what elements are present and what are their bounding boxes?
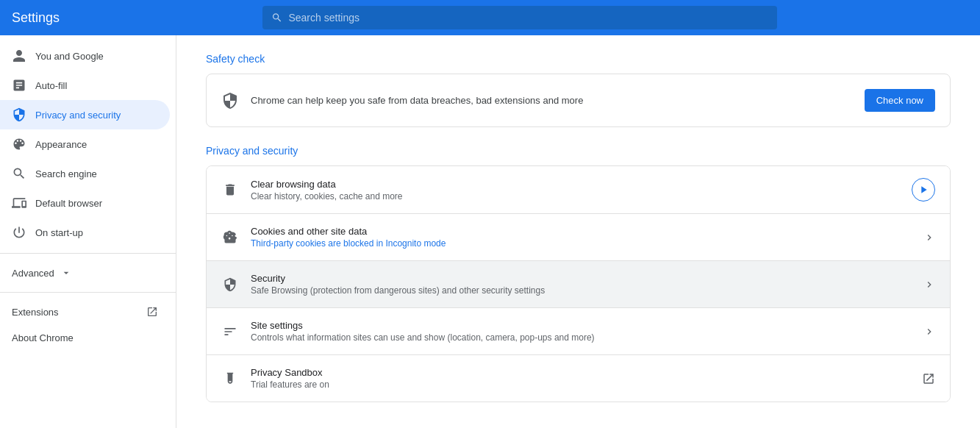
cookies-row[interactable]: Cookies and other site data Third-party … [207, 214, 950, 261]
cookie-icon [221, 229, 239, 246]
flask-icon [221, 370, 239, 388]
sidebar-item-appearance[interactable]: Appearance [0, 129, 170, 159]
layout: You and Google Auto-fill Privacy and sec… [0, 35, 980, 428]
sliders-icon [221, 323, 239, 340]
sidebar-item-default-browser[interactable]: Default browser [0, 188, 170, 218]
safety-check-section: Safety check Chrome can help keep you sa… [206, 53, 951, 127]
chevron-down-icon [60, 267, 72, 279]
site-settings-chevron [923, 326, 935, 338]
site-settings-subtitle: Controls what information sites can use … [251, 332, 912, 343]
search-icon [271, 12, 282, 24]
sidebar-divider [0, 253, 176, 254]
privacy-security-title: Privacy and security [206, 145, 951, 157]
sidebar-label-extensions: Extensions [12, 307, 59, 318]
palette-icon [12, 137, 26, 151]
autofill-icon [12, 78, 26, 93]
browser-icon [12, 196, 26, 210]
search-bar[interactable] [262, 6, 777, 29]
security-chevron [923, 279, 935, 290]
person-icon [12, 49, 26, 63]
power-icon [12, 225, 26, 240]
sidebar-item-about-chrome[interactable]: About Chrome [0, 325, 170, 351]
safety-shield-icon [221, 92, 239, 110]
sidebar-item-privacy-and-security[interactable]: Privacy and security [0, 100, 170, 129]
sidebar-label-about-chrome: About Chrome [12, 332, 74, 343]
sidebar-label-search-engine: Search engine [35, 168, 97, 179]
sidebar-label-appearance: Appearance [35, 139, 87, 150]
external-link-icon [146, 306, 158, 318]
sidebar-label-advanced: Advanced [12, 268, 54, 279]
safety-check-description: Chrome can help keep you safe from data … [251, 95, 853, 106]
sidebar-label-you-and-google: You and Google [35, 51, 104, 62]
sidebar-divider-2 [0, 292, 176, 293]
security-subtitle: Safe Browsing (protection from dangerous… [251, 285, 912, 296]
sidebar-item-auto-fill[interactable]: Auto-fill [0, 71, 170, 100]
sidebar-item-you-and-google[interactable]: You and Google [0, 41, 170, 71]
clear-browsing-data-content: Clear browsing data Clear history, cooki… [251, 179, 900, 201]
clear-browsing-data-row[interactable]: Clear browsing data Clear history, cooki… [207, 166, 950, 214]
sidebar-item-extensions[interactable]: Extensions [0, 299, 170, 325]
site-settings-content: Site settings Controls what information … [251, 320, 912, 343]
cookies-subtitle: Third-party cookies are blocked in Incog… [251, 238, 912, 249]
sidebar-item-search-engine[interactable]: Search engine [0, 159, 170, 188]
security-row[interactable]: Security Safe Browsing (protection from … [207, 261, 950, 308]
header: Settings [0, 0, 980, 35]
main-content: Safety check Chrome can help keep you sa… [176, 35, 980, 428]
sidebar: You and Google Auto-fill Privacy and sec… [0, 35, 176, 428]
trash-icon [221, 181, 239, 199]
security-title: Security [251, 273, 912, 284]
circle-arrow-action [912, 178, 935, 201]
site-settings-title: Site settings [251, 320, 912, 331]
privacy-security-list: Clear browsing data Clear history, cooki… [206, 165, 951, 402]
sidebar-label-privacy-security: Privacy and security [35, 110, 121, 121]
shield-icon [12, 107, 26, 122]
sidebar-item-on-startup[interactable]: On start-up [0, 218, 170, 247]
sidebar-label-on-startup: On start-up [35, 227, 83, 238]
cookies-content: Cookies and other site data Third-party … [251, 226, 912, 249]
check-now-button[interactable]: Check now [865, 89, 935, 112]
privacy-sandbox-content: Privacy Sandbox Trial features are on [251, 367, 910, 390]
site-settings-row[interactable]: Site settings Controls what information … [207, 308, 950, 355]
clear-browsing-data-title: Clear browsing data [251, 179, 900, 190]
settings-title: Settings [12, 10, 60, 26]
privacy-sandbox-row[interactable]: Privacy Sandbox Trial features are on [207, 355, 950, 402]
sidebar-label-default-browser: Default browser [35, 198, 102, 209]
privacy-sandbox-subtitle: Trial features are on [251, 379, 910, 390]
privacy-security-section: Privacy and security Clear browsing data… [206, 145, 951, 402]
clear-browsing-data-subtitle: Clear history, cookies, cache and more [251, 191, 900, 201]
cookies-title: Cookies and other site data [251, 226, 912, 237]
search-input[interactable] [288, 12, 768, 24]
cookies-chevron [923, 232, 935, 243]
search-engine-icon [12, 166, 26, 181]
safety-check-title: Safety check [206, 53, 951, 65]
privacy-sandbox-title: Privacy Sandbox [251, 367, 910, 378]
security-shield-icon [221, 276, 239, 293]
privacy-sandbox-external [922, 372, 935, 385]
security-content: Security Safe Browsing (protection from … [251, 273, 912, 296]
safety-check-card: Chrome can help keep you safe from data … [206, 74, 951, 127]
circle-arrow-icon [912, 178, 935, 201]
sidebar-item-advanced[interactable]: Advanced [0, 260, 176, 286]
sidebar-label-auto-fill: Auto-fill [35, 80, 67, 91]
